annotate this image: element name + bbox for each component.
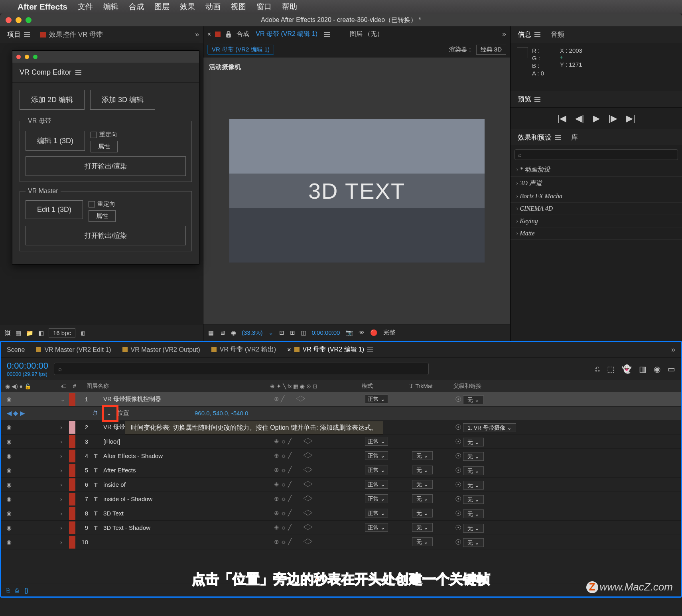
blend-mode-dropdown[interactable]: 正常 ⌄	[365, 437, 388, 446]
layer-switches[interactable]: ⊕ ☼ ╱	[274, 452, 362, 460]
fx-item[interactable]: 3D 声道	[511, 177, 682, 190]
parent-dropdown[interactable]: 无 ⌄	[463, 438, 484, 446]
layer-switches[interactable]: ⊕ ☼ ╱	[274, 466, 362, 474]
parent-dropdown[interactable]: 无 ⌄	[463, 395, 484, 404]
tab-vr-edit-cn[interactable]: × VR 母带 (VR2 编辑 1)	[287, 346, 373, 354]
label-color[interactable]	[69, 478, 75, 491]
tab-effectcontrols[interactable]: 效果控件 VR 母带	[37, 28, 106, 41]
parent-dropdown[interactable]: 无 ⌄	[463, 538, 484, 547]
layer-switches[interactable]: ⊕ ☼ ╱	[274, 524, 362, 531]
show-snapshot-icon[interactable]: 👁	[359, 329, 365, 336]
reorient-checkbox[interactable]: 重定向	[91, 131, 118, 138]
roi-icon[interactable]: ⊡	[279, 329, 284, 336]
maximize-icon[interactable]	[33, 55, 37, 59]
visibility-icon[interactable]: ◉	[5, 481, 12, 488]
tab-scene[interactable]: Scene	[7, 346, 25, 353]
trkmat-dropdown[interactable]: 无 ⌄	[412, 509, 433, 517]
layer-row[interactable]: ◉ › 7 T inside of - Shadow ⊕ ☼ ╱ 正常 ⌄ 无 …	[1, 492, 681, 506]
channel-icon[interactable]: 🔴	[370, 329, 378, 336]
blend-mode-dropdown[interactable]: 正常 ⌄	[365, 494, 388, 503]
trkmat-dropdown[interactable]: 无 ⌄	[412, 523, 433, 532]
snapshot-icon[interactable]: 📷	[345, 329, 353, 336]
fx-item[interactable]: Matte	[511, 227, 682, 240]
property-value[interactable]: 960.0, 540.0, -540.0	[195, 410, 248, 417]
layer-row[interactable]: ◉ › 10 ⊕ ☼ ╱ 无 ⌄ ☉ 无 ⌄	[1, 535, 681, 549]
trkmat-dropdown[interactable]: 无 ⌄	[412, 480, 433, 489]
overflow-icon[interactable]: »	[671, 346, 675, 354]
properties-button-2[interactable]: 属性	[89, 210, 116, 222]
last-frame-icon[interactable]: ▶|	[626, 113, 635, 124]
pickwhip-icon[interactable]: ☉	[455, 423, 461, 431]
visibility-icon[interactable]: ◉	[5, 524, 12, 531]
timecode[interactable]: 0:00:00:00	[7, 361, 48, 371]
edit-1-3d-button[interactable]: 编辑 1 (3D)	[26, 131, 85, 151]
3d-layer-icon[interactable]	[305, 495, 311, 503]
label-color[interactable]	[69, 464, 75, 477]
comp-tab-name[interactable]: VR 母带 (VR2 编辑 1)	[253, 30, 320, 38]
open-output-render-button[interactable]: 打开输出/渲染	[26, 156, 186, 176]
pickwhip-icon[interactable]: ☉	[455, 452, 461, 460]
layer-switches[interactable]: ⊕ ☼ ╱	[274, 438, 362, 445]
fx-item[interactable]: Keying	[511, 215, 682, 227]
col-parent[interactable]: 父级和链接	[453, 383, 481, 390]
pickwhip-icon[interactable]: ☉	[455, 509, 461, 517]
twirl-icon[interactable]: ›	[60, 481, 66, 488]
bpc-button[interactable]: 16 bpc	[49, 328, 75, 338]
parent-dropdown[interactable]: 无 ⌄	[463, 452, 484, 461]
menu-anim[interactable]: 动画	[205, 2, 221, 12]
parent-dropdown[interactable]: 1. VR 母带摄像 ⌄	[463, 423, 516, 432]
open-output-render-button-2[interactable]: 打开输出/渲染	[26, 226, 186, 245]
visibility-icon[interactable]: ◉	[5, 510, 12, 517]
minimize-icon[interactable]	[25, 55, 29, 59]
layer-name[interactable]: inside of	[103, 481, 271, 488]
pickwhip-icon[interactable]: ☉	[455, 495, 461, 503]
menu-file[interactable]: 文件	[78, 2, 93, 12]
label-color[interactable]	[69, 421, 75, 434]
comp-mini-flowchart-icon[interactable]: ⎌	[595, 364, 600, 374]
label-color[interactable]	[69, 536, 75, 549]
menu-view[interactable]: 视图	[231, 2, 246, 12]
visibility-icon[interactable]: ◉	[5, 452, 12, 460]
comp-viewer[interactable]: 活动摄像机 3D TEXT	[203, 57, 510, 324]
new-folder-icon[interactable]: 📁	[26, 330, 34, 337]
blend-mode-dropdown[interactable]: 正常 ⌄	[365, 509, 388, 517]
overflow-icon[interactable]: »	[195, 30, 199, 39]
label-color[interactable]	[69, 507, 75, 520]
property-name[interactable]: 位置	[117, 409, 189, 417]
layer-switches[interactable]: ⊕ ☼ ╱	[274, 538, 362, 546]
edit-1-3d-button-2[interactable]: Edit 1 (3D)	[26, 200, 83, 219]
blend-mode-dropdown[interactable]: 正常 ⌄	[365, 523, 388, 532]
twirl-icon[interactable]: ›	[60, 467, 66, 474]
overflow-icon[interactable]: »	[502, 30, 506, 38]
toggle-switches-icon-2[interactable]: ⎙	[15, 587, 19, 594]
next-frame-icon[interactable]: |▶	[609, 113, 618, 124]
new-comp-icon[interactable]: ▦	[16, 330, 21, 337]
tab-vr-master-edit[interactable]: VR Master (VR2 Edit 1)	[36, 346, 111, 353]
resolution-dropdown[interactable]: 完整	[383, 329, 395, 336]
visibility-icon[interactable]: ◉	[5, 396, 12, 403]
twirl-icon[interactable]: ›	[60, 438, 66, 445]
pickwhip-icon[interactable]: ☉	[455, 466, 461, 474]
layer-name[interactable]: After Effects - Shadow	[103, 452, 271, 459]
trkmat-dropdown[interactable]: 无 ⌄	[412, 494, 433, 503]
layer-switches[interactable]: ⊕ ☼ ╱	[274, 481, 362, 488]
label-color[interactable]	[69, 435, 75, 448]
tab-audio[interactable]: 音频	[548, 28, 568, 41]
play-icon[interactable]: ▶	[593, 113, 600, 124]
renderer-dropdown[interactable]: 经典 3D	[476, 45, 506, 55]
trkmat-dropdown[interactable]: 无 ⌄	[412, 537, 433, 546]
tab-vr-output-cn[interactable]: VR 母带 (VR2 输出)	[211, 346, 276, 354]
3d-layer-icon[interactable]	[305, 438, 311, 445]
pickwhip-icon[interactable]: ☉	[455, 524, 461, 532]
layer-switches[interactable]: ⊕ ☼ ╱	[274, 495, 362, 503]
tab-effects-presets[interactable]: 效果和预设	[514, 131, 564, 144]
keyframe-nav[interactable]: ◀ ◆ ▶	[7, 409, 25, 417]
draft-3d-icon[interactable]: ⬚	[607, 364, 615, 374]
pickwhip-icon[interactable]: ☉	[455, 538, 461, 546]
layer-name[interactable]: [Floor]	[103, 438, 271, 445]
label-color[interactable]	[69, 393, 75, 406]
frame-blend-icon[interactable]: ▥	[639, 364, 647, 374]
label-color[interactable]	[69, 493, 75, 505]
parent-dropdown[interactable]: 无 ⌄	[463, 509, 484, 518]
twirl-icon[interactable]: ›	[60, 539, 66, 545]
